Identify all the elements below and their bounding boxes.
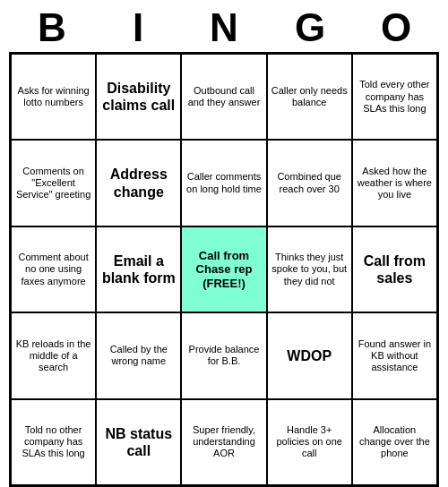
header-letter-o: O: [358, 5, 434, 50]
bingo-cell-18: WDOP: [267, 312, 352, 398]
bingo-cell-12: Call from Chase rep (FREE!): [181, 226, 266, 312]
bingo-cell-1: Disability claims call: [96, 54, 181, 140]
header-letter-b: B: [14, 5, 90, 50]
bingo-grid: Asks for winning lotto numbersDisability…: [9, 52, 439, 487]
bingo-cell-9: Asked how the weather is where you live: [352, 140, 437, 226]
bingo-cell-15: KB reloads in the middle of a search: [11, 312, 96, 398]
bingo-cell-20: Told no other company has SLAs this long: [11, 399, 96, 485]
header-letter-g: G: [272, 5, 348, 50]
bingo-cell-24: Allocation change over the phone: [352, 399, 437, 485]
bingo-cell-5: Comments on "Excellent Service" greeting: [11, 140, 96, 226]
bingo-cell-7: Caller comments on long hold time: [181, 140, 266, 226]
bingo-cell-2: Outbound call and they answer: [181, 54, 266, 140]
bingo-cell-6: Address change: [96, 140, 181, 226]
bingo-cell-17: Provide balance for B.B.: [181, 312, 266, 398]
bingo-cell-21: NB status call: [96, 399, 181, 485]
bingo-cell-16: Called by the wrong name: [96, 312, 181, 398]
bingo-cell-23: Handle 3+ policies on one call: [267, 399, 352, 485]
bingo-cell-3: Caller only needs balance: [267, 54, 352, 140]
bingo-cell-22: Super friendly, understanding AOR: [181, 399, 266, 485]
bingo-cell-8: Combined que reach over 30: [267, 140, 352, 226]
bingo-cell-13: Thinks they just spoke to you, but they …: [267, 226, 352, 312]
bingo-header: BINGO: [9, 0, 439, 52]
header-letter-n: N: [186, 5, 262, 50]
bingo-cell-11: Email a blank form: [96, 226, 181, 312]
bingo-cell-4: Told every other company has SLAs this l…: [352, 54, 437, 140]
bingo-cell-10: Comment about no one using faxes anymore: [11, 226, 96, 312]
bingo-cell-19: Found answer in KB without assistance: [352, 312, 437, 398]
bingo-cell-14: Call from sales: [352, 226, 437, 312]
header-letter-i: I: [100, 5, 176, 50]
bingo-cell-0: Asks for winning lotto numbers: [11, 54, 96, 140]
